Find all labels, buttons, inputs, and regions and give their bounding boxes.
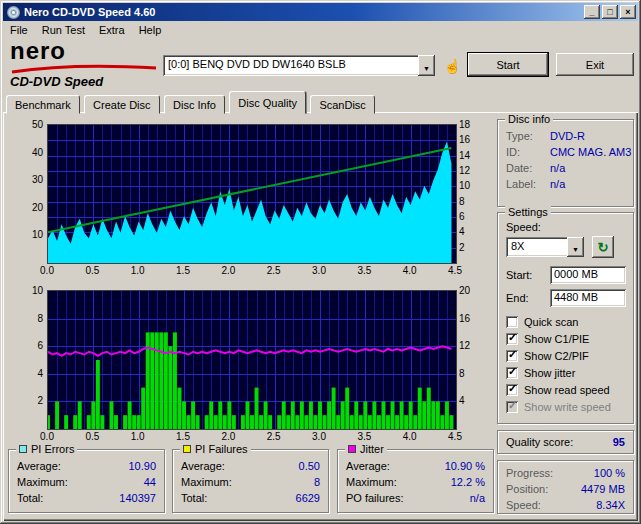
checkbox-box: [506, 401, 518, 413]
axis-tick-label: 4.5: [444, 265, 466, 276]
axis-tick-label: 40: [11, 147, 43, 158]
pi-failures-results-group: PI Failures Average:0.50 Maximum:8 Total…: [172, 449, 329, 513]
disc-type-value: DVD-R: [550, 130, 585, 142]
quality-score-value: 95: [613, 436, 625, 448]
start-position-field[interactable]: 0000 MB: [550, 266, 626, 284]
progress-value: 100 %: [594, 467, 625, 479]
drive-selector-value: [0:0] BENQ DVD DD DW1640 BSLB: [163, 55, 418, 76]
pi-failures-legend: PI Failures: [180, 443, 251, 455]
close-button[interactable]: ×: [620, 5, 636, 19]
window-title: Nero CD-DVD Speed 4.60: [24, 6, 582, 18]
average-value: 0.50: [299, 460, 320, 472]
nero-logo-product: CD-DVD Speed: [10, 74, 160, 89]
axis-tick-label: 8: [11, 313, 43, 324]
axis-tick-label: 4.0: [399, 265, 421, 276]
tab-disc-info[interactable]: Disc Info: [164, 95, 225, 114]
position-value: 4479 MB: [581, 483, 625, 495]
average-label: Average:: [17, 460, 61, 472]
minimize-button[interactable]: _: [584, 5, 600, 19]
pi-errors-color-swatch: [19, 445, 27, 453]
checkbox-show-c2-pif[interactable]: Show C2/PIF: [506, 349, 629, 364]
quality-score-label: Quality score:: [506, 436, 573, 448]
axis-tick-label: 12: [459, 165, 479, 176]
axis-tick-label: 6: [459, 211, 479, 222]
speed-readout-label: Speed:: [506, 499, 541, 511]
menu-extra[interactable]: Extra: [92, 22, 132, 38]
checkbox-box[interactable]: [506, 316, 518, 328]
pi-errors-chart-block: 1020304050246810121416180.00.51.01.52.02…: [11, 118, 481, 278]
checkbox-box[interactable]: [506, 333, 518, 345]
maximum-label: Maximum:: [181, 476, 232, 488]
axis-tick-label: 2.0: [217, 431, 239, 442]
pi-errors-chart: [47, 124, 457, 264]
disc-quality-page: 1020304050246810121416180.00.51.01.52.02…: [3, 112, 638, 521]
axis-tick-label: 3.5: [353, 431, 375, 442]
nero-logo-brand: nero: [10, 40, 160, 62]
checkbox-show-c1-pie[interactable]: Show C1/PIE: [506, 332, 629, 347]
axis-tick-label: 20: [459, 285, 479, 296]
axis-tick-label: 1.0: [127, 265, 149, 276]
refresh-speed-button[interactable]: [592, 236, 614, 258]
speed-select[interactable]: 8X: [506, 237, 584, 257]
axis-tick-label: 50: [11, 119, 43, 130]
eject-tray-button[interactable]: [441, 54, 464, 77]
checkbox-show-jitter[interactable]: Show jitter: [506, 366, 629, 381]
checkbox-label: Quick scan: [524, 316, 578, 328]
axis-tick-label: 8: [459, 368, 479, 379]
checkbox-show-read-speed[interactable]: Show read speed: [506, 383, 629, 398]
axis-tick-label: 30: [11, 174, 43, 185]
menu-file[interactable]: File: [3, 22, 35, 38]
axis-tick-label: 4: [459, 226, 479, 237]
position-label: Position:: [506, 483, 548, 495]
maximum-label: Maximum:: [346, 476, 397, 488]
end-position-field[interactable]: 4480 MB: [550, 289, 626, 307]
pi-failures-chart-block: 246810481216200.00.51.01.52.02.53.03.54.…: [11, 284, 481, 444]
tab-create-disc[interactable]: Create Disc: [84, 95, 159, 114]
average-value: 10.90 %: [445, 460, 485, 472]
jitter-legend-label: Jitter: [360, 443, 384, 455]
po-failures-label: PO failures:: [346, 492, 403, 504]
axis-tick-label: 16: [459, 134, 479, 145]
disc-label-value: n/a: [550, 178, 565, 190]
menu-bar: File Run Test Extra Help: [3, 21, 638, 39]
axis-tick-label: 16: [459, 313, 479, 324]
disc-info-group: Disc info Type:DVD-R ID:CMC MAG. AM3 Dat…: [497, 119, 634, 207]
menu-help[interactable]: Help: [132, 22, 169, 38]
average-label: Average:: [181, 460, 225, 472]
axis-tick-label: 6: [11, 340, 43, 351]
drive-selector-dropdown-button[interactable]: [418, 55, 435, 76]
disc-date-label: Date:: [506, 162, 532, 174]
axis-tick-label: 0.5: [81, 265, 103, 276]
tab-scandisc[interactable]: ScanDisc: [310, 95, 374, 114]
menu-run-test[interactable]: Run Test: [35, 22, 92, 38]
disc-id-value: CMC MAG. AM3: [550, 146, 631, 158]
axis-tick-label: 18: [459, 119, 479, 130]
drive-selector[interactable]: [0:0] BENQ DVD DD DW1640 BSLB: [163, 55, 435, 76]
maximize-button[interactable]: □: [602, 5, 618, 19]
title-bar: Nero CD-DVD Speed 4.60 _ □ ×: [3, 3, 638, 21]
checkbox-box[interactable]: [506, 384, 518, 396]
tab-disc-quality[interactable]: Disc Quality: [229, 91, 306, 114]
start-button[interactable]: Start: [468, 53, 548, 76]
axis-tick-label: 14: [459, 150, 479, 161]
pi-errors-results-group: PI Errors Average:10.90 Maximum:44 Total…: [8, 449, 165, 513]
chevron-down-icon: [423, 57, 430, 75]
checkbox-box[interactable]: [506, 350, 518, 362]
checkbox-box[interactable]: [506, 367, 518, 379]
maximum-label: Maximum:: [17, 476, 68, 488]
axis-tick-label: 10: [459, 180, 479, 191]
quality-score-group: Quality score:95: [497, 430, 634, 454]
speed-select-dropdown-button[interactable]: [567, 237, 584, 257]
start-position-label: Start:: [506, 269, 532, 281]
pi-failures-legend-label: PI Failures: [195, 443, 248, 455]
exit-button[interactable]: Exit: [556, 53, 634, 76]
checkbox-quick-scan[interactable]: Quick scan: [506, 315, 629, 330]
tab-benchmark[interactable]: Benchmark: [6, 95, 80, 114]
axis-tick-label: 10: [11, 229, 43, 240]
axis-tick-label: 3.5: [353, 265, 375, 276]
total-value: 6629: [296, 492, 320, 504]
axis-tick-label: 4: [459, 395, 479, 406]
refresh-icon: [598, 238, 609, 256]
axis-tick-label: 2: [11, 395, 43, 406]
disc-id-label: ID:: [506, 146, 520, 158]
